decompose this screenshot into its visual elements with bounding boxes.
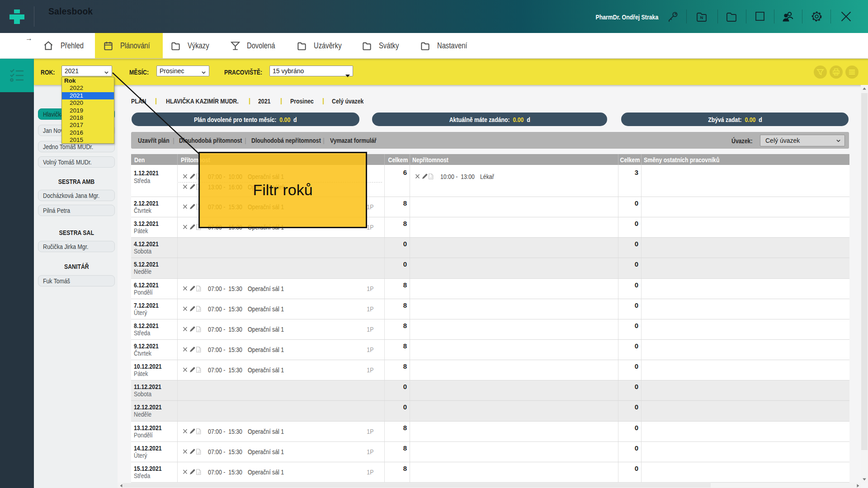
svg-text:N: N bbox=[700, 15, 703, 20]
